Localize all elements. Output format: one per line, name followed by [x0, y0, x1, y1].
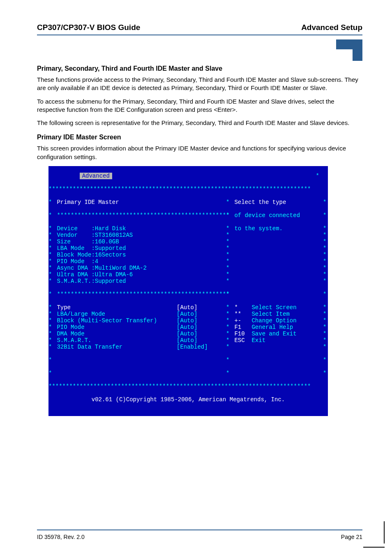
- page-footer: ID 35978, Rev. 2.0 Page 21: [37, 534, 362, 540]
- header-left: CP307/CP307-V BIOS Guide: [37, 23, 140, 32]
- bios-info-row: * Device :Hard Disk* to the system.*: [48, 225, 328, 232]
- bios-option-row[interactable]: * S.M.A.R.T. [Auto]* ESC Exit*: [48, 337, 328, 344]
- bios-option-row[interactable]: * 32Bit Data Transfer [Enabled]**: [48, 344, 328, 350]
- bios-border-bottom: ****************************************…: [48, 383, 328, 390]
- bios-border-top: ****************************************…: [48, 186, 328, 192]
- bios-info-row: * Block Mode:16Sectors**: [48, 252, 328, 258]
- bios-option-row[interactable]: * LBA/Large Mode [Auto]* ** Select Item*: [48, 311, 328, 317]
- bios-tab-advanced[interactable]: Advanced: [80, 173, 112, 179]
- footer-id: ID 35978, Rev. 2.0: [37, 534, 85, 540]
- bios-copyright: v02.61 (C)Copyright 1985-2006, American …: [48, 396, 328, 403]
- header-rule: [37, 35, 362, 35]
- bios-info-row: * S.M.A.R.T.:Supported**: [48, 278, 328, 284]
- bios-info-row: * PIO Mode :4**: [48, 258, 328, 265]
- footer-rule: [37, 530, 362, 530]
- bios-option-row[interactable]: * Type [Auto]* * Select Screen*: [48, 304, 328, 311]
- corner-logo: [336, 39, 362, 61]
- bios-info-row: * Ultra DMA :Ultra DMA-6**: [48, 271, 328, 278]
- section-title-2: Primary IDE Master Screen: [37, 134, 362, 141]
- bios-option-row[interactable]: * DMA Mode [Auto]* F10 Save and Exit*: [48, 331, 328, 337]
- crop-mark: [360, 521, 392, 555]
- bios-help-1: Select the type: [234, 199, 286, 206]
- section1-p3: The following screen is representative f…: [37, 119, 362, 127]
- bios-info-row: * Async DMA :MultiWord DMA-2**: [48, 265, 328, 271]
- section1-p1: These functions provide access to the Pr…: [37, 76, 362, 92]
- bios-info-row: * Size :160.0GB**: [48, 238, 328, 245]
- bios-info-row: * LBA Mode :Supported**: [48, 245, 328, 252]
- section1-p2: To access the submenu for the Primary, S…: [37, 97, 362, 114]
- bios-info-row: * Vendor :ST3160812AS**: [48, 232, 328, 238]
- bios-option-row[interactable]: * Block (Multi-Sector Transfer) [Auto]* …: [48, 317, 328, 324]
- bios-help-2: of device connected: [234, 212, 300, 219]
- section-title-1: Primary, Secondary, Third and Fourth IDE…: [37, 65, 362, 72]
- page-header: CP307/CP307-V BIOS Guide Advanced Setup: [37, 23, 362, 32]
- bios-screenshot: Advanced * *****************************…: [48, 166, 328, 416]
- header-right: Advanced Setup: [301, 23, 362, 32]
- section2-p1: This screen provides information about t…: [37, 144, 362, 161]
- bios-screen-title: Primary IDE Master: [57, 199, 119, 206]
- bios-option-row[interactable]: * PIO Mode [Auto]* F1 General Help*: [48, 324, 328, 331]
- footer-page: Page 21: [341, 534, 362, 540]
- bios-menu-bar: Advanced *: [48, 173, 328, 179]
